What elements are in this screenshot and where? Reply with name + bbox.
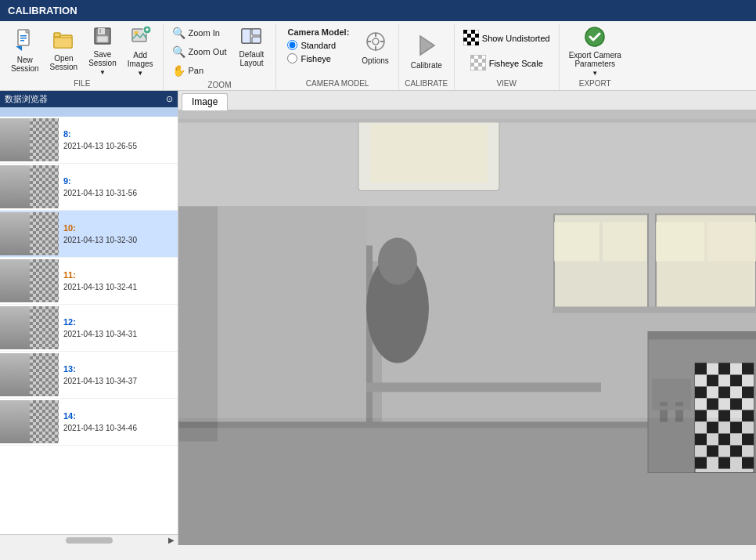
zoom-in-button[interactable]: 🔍 Zoom In [168, 24, 231, 42]
export-camera-params-label: Export CameraParameters [569, 51, 621, 68]
svg-rect-79 [742, 375, 754, 387]
zoom-vertical: 🔍 Zoom In 🔍 Zoom Out ✋ Pan [168, 24, 231, 79]
ribbon: NewSession OpenSession [0, 21, 756, 91]
svg-rect-30 [463, 30, 467, 34]
sidebar-list[interactable]: 8: 2021-04-13 10-26-55 9: 2021-04-13 10-… [0, 117, 178, 534]
sidebar-item-13[interactable]: 13: 2021-04-13 10-34-37 [0, 352, 178, 399]
svg-rect-44 [478, 63, 482, 67]
sidebar-item-10[interactable]: 10: 2021-04-13 10-32-30 [0, 211, 178, 258]
ribbon-group-file: NewSession OpenSession [2, 24, 164, 90]
svg-rect-7 [54, 38, 72, 48]
open-session-button[interactable]: OpenSession [45, 27, 83, 74]
add-images-button[interactable]: AddImages ▼ [123, 27, 158, 74]
svg-rect-26 [367, 41, 371, 42]
svg-rect-43 [470, 63, 474, 67]
sidebar-info-8: 8: 2021-04-13 10-26-55 [59, 126, 142, 154]
sidebar-item-9[interactable]: 9: 2021-04-13 10-31-56 [0, 164, 178, 211]
svg-point-23 [373, 38, 379, 45]
sidebar-info-11: 11: 2021-04-13 10-32-41 [59, 267, 142, 295]
sidebar-info-12: 12: 2021-04-13 10-34-31 [59, 314, 142, 342]
standard-radio-label[interactable]: Standard [287, 40, 336, 50]
ribbon-group-zoom: 🔍 Zoom In 🔍 Zoom Out ✋ Pan [164, 24, 277, 90]
save-session-button[interactable]: SaveSession ▼ [84, 27, 121, 74]
sidebar-item-11[interactable]: 11: 2021-04-13 10-32-41 [0, 258, 178, 305]
zoom-buttons: 🔍 Zoom In 🔍 Zoom Out ✋ Pan [168, 24, 272, 79]
pan-button[interactable]: ✋ Pan [168, 62, 231, 79]
sidebar-header: 数据浏览器 ⊙ [0, 91, 178, 107]
show-undistorted-button[interactable]: Show Undistorted [459, 27, 554, 49]
new-session-button[interactable]: NewSession [6, 27, 44, 74]
svg-rect-82 [718, 387, 730, 399]
zoom-out-label: Zoom Out [189, 47, 227, 56]
sidebar-thumb-8 [0, 118, 59, 161]
sidebar-date-10: 2021-04-13 10-32-30 [63, 234, 137, 246]
sidebar: 数据浏览器 ⊙ 8: 2021-04-13 10-26-55 [0, 91, 178, 545]
svg-rect-125 [178, 418, 756, 546]
view-group-label: VIEW [496, 78, 517, 90]
zoom-out-button[interactable]: 🔍 Zoom Out [168, 43, 231, 60]
svg-rect-59 [553, 307, 756, 313]
new-session-icon [16, 29, 34, 54]
svg-rect-27 [380, 41, 384, 42]
svg-rect-41 [474, 59, 478, 63]
save-session-arrow: ▼ [99, 69, 106, 76]
svg-rect-39 [470, 55, 474, 59]
svg-rect-12 [99, 29, 101, 33]
fisheye-radio[interactable] [287, 53, 297, 63]
sidebar-item-8[interactable]: 8: 2021-04-13 10-26-55 [0, 117, 178, 164]
fisheye-scale-button[interactable]: Fisheye Scale [466, 52, 547, 74]
svg-rect-56 [603, 222, 646, 262]
svg-rect-81 [707, 387, 718, 399]
svg-rect-123 [178, 119, 756, 123]
svg-rect-58 [707, 222, 756, 262]
svg-rect-11 [97, 36, 108, 42]
camera-model-group-label: CAMERA MODEL [306, 78, 369, 90]
sidebar-info-14: 14: 2021-04-13 10-34-46 [59, 408, 142, 436]
save-session-label: SaveSession [88, 50, 117, 67]
svg-rect-67 [648, 332, 756, 340]
sidebar-id-9: 9: [63, 175, 137, 188]
export-camera-params-button[interactable]: Export CameraParameters ▼ [564, 26, 626, 76]
fisheye-radio-label[interactable]: Fisheye [287, 53, 331, 63]
calibrate-button[interactable]: Calibrate [404, 26, 449, 76]
sidebar-thumb-12 [0, 306, 59, 349]
sidebar-date-9: 2021-04-13 10-31-56 [63, 187, 137, 199]
add-images-label: AddImages [128, 51, 153, 68]
export-buttons: Export CameraParameters ▼ [564, 24, 626, 78]
zoom-in-label: Zoom In [189, 28, 220, 38]
sidebar-item-12[interactable]: 12: 2021-04-13 10-34-31 [0, 305, 178, 352]
view-buttons: Show Undistorted [459, 24, 554, 78]
svg-rect-77 [718, 375, 730, 387]
open-session-label: OpenSession [50, 54, 78, 71]
svg-marker-5 [16, 46, 22, 51]
svg-rect-8 [54, 33, 60, 37]
zoom-in-icon: 🔍 [172, 27, 185, 39]
svg-rect-118 [652, 406, 691, 410]
options-icon [365, 31, 386, 55]
scene-image [178, 110, 756, 545]
standard-radio[interactable] [287, 40, 297, 50]
image-area [178, 110, 756, 545]
default-layout-button[interactable]: DefaultLayout [232, 24, 271, 71]
sidebar-expand-btn[interactable]: ▶ [168, 535, 175, 545]
sidebar-id-12: 12: [63, 316, 137, 329]
tab-image[interactable]: Image [182, 93, 228, 110]
svg-rect-3 [20, 38, 27, 39]
svg-rect-34 [463, 38, 467, 42]
sidebar-date-11: 2021-04-13 10-32-41 [63, 281, 137, 293]
sidebar-refresh-icon[interactable]: ⊙ [166, 94, 173, 104]
sidebar-item-14[interactable]: 14: 2021-04-13 10-34-46 [0, 399, 178, 446]
svg-rect-24 [375, 33, 376, 37]
content-area: Image [178, 91, 756, 545]
export-icon [584, 26, 606, 49]
zoom-out-icon: 🔍 [172, 45, 185, 58]
default-layout-label: DefaultLayout [239, 50, 265, 67]
svg-rect-51 [370, 125, 488, 183]
svg-rect-89 [742, 399, 754, 410]
svg-rect-73 [730, 363, 742, 375]
file-group-label: FILE [74, 78, 90, 90]
options-button[interactable]: Options [357, 24, 393, 71]
svg-rect-19 [242, 29, 250, 43]
svg-marker-28 [420, 36, 434, 55]
sidebar-scrollbar-h[interactable]: ▶ [0, 534, 178, 545]
